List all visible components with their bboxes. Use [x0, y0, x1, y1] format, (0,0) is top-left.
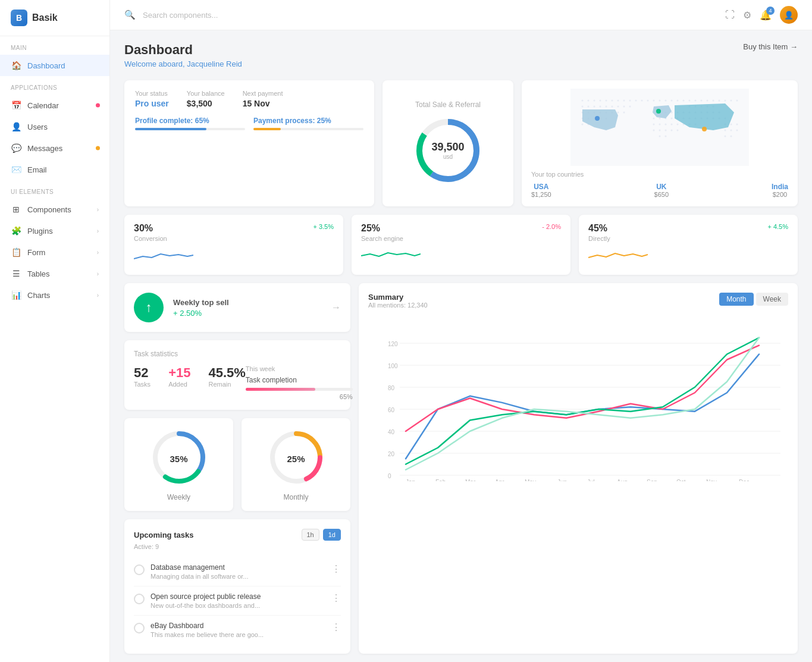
sidebar-item-calendar[interactable]: 📅 Calendar	[0, 95, 109, 116]
sidebar-label-dashboard: Dashboard	[27, 61, 65, 70]
sidebar-item-components[interactable]: ⊞ Components ›	[0, 199, 109, 220]
tasks-added: +15 Added	[168, 365, 190, 388]
task-text-0: Database management Managing data in all…	[151, 563, 248, 580]
svg-point-102	[725, 130, 726, 131]
svg-text:60: 60	[388, 407, 395, 413]
task-menu-1[interactable]: ⋮	[331, 592, 341, 604]
task-menu-2[interactable]: ⋮	[331, 622, 341, 633]
svg-text:Oct: Oct	[676, 479, 686, 481]
sidebar-item-plugins[interactable]: 🧩 Plugins ›	[0, 220, 109, 241]
summary-header: Summary All mentions: 12,340 Month Week	[368, 293, 788, 309]
task-check-1[interactable]	[134, 594, 145, 604]
sidebar-section-applications: Applications	[0, 76, 109, 95]
donut-value: 39,500	[431, 141, 464, 153]
btn-1h[interactable]: 1h	[302, 529, 319, 541]
svg-text:Mar: Mar	[465, 479, 476, 481]
sidebar-item-tables[interactable]: ☰ Tables ›	[0, 263, 109, 284]
form-icon: 📋	[11, 247, 21, 258]
monthly-gauge-center: 25%	[287, 454, 305, 464]
task-item-0: Database management Managing data in all…	[134, 557, 341, 586]
sidebar-item-dashboard[interactable]: 🏠 Dashboard	[0, 55, 109, 76]
notification-bell[interactable]: 🔔 4	[760, 10, 772, 21]
plugins-icon: 🧩	[11, 225, 21, 236]
right-column: Summary All mentions: 12,340 Month Week …	[359, 283, 798, 654]
completion-bar-fill	[246, 388, 315, 391]
expand-icon[interactable]: ⛶	[725, 10, 735, 20]
svg-point-109	[595, 116, 600, 121]
sidebar-item-users[interactable]: 👤 Users	[0, 116, 109, 137]
profile-progress: Profile complete: 65%	[135, 117, 245, 139]
top-sell-info: Weekly top sell + 2.50%	[173, 298, 229, 318]
svg-point-39	[629, 106, 631, 108]
sparkline-0	[134, 247, 193, 265]
task-text-1: Open source project public release New o…	[151, 592, 261, 609]
charts-chevron: ›	[97, 292, 99, 299]
monthly-gauge-wrap: 25%	[267, 428, 326, 487]
top-sell-arrow[interactable]: →	[331, 302, 341, 313]
weekly-gauge-value: 35%	[170, 454, 187, 464]
topbar-actions: ⛶ ⚙ 🔔 4 👤	[725, 6, 798, 24]
task-check-2[interactable]	[134, 623, 145, 633]
svg-text:Feb: Feb	[435, 479, 446, 481]
svg-point-15	[647, 100, 649, 102]
svg-point-33	[594, 106, 595, 108]
svg-text:Sep: Sep	[647, 479, 657, 481]
task-name-1: Open source project public release	[151, 592, 261, 601]
svg-point-100	[731, 124, 732, 126]
components-icon: ⊞	[11, 204, 21, 215]
weekly-top-sell-card: ↑ Weekly top sell + 2.50% →	[124, 283, 350, 332]
completion-bar-bg	[246, 388, 353, 391]
svg-point-10	[617, 100, 619, 102]
metric-top-1: 25% - 2.0%	[361, 223, 561, 234]
logo-icon: B	[11, 10, 27, 26]
svg-point-101	[736, 124, 738, 126]
sidebar-item-form[interactable]: 📋 Form ›	[0, 241, 109, 263]
profile-progress-label: Profile complete:	[135, 117, 193, 125]
sidebar-item-messages[interactable]: 💬 Messages	[0, 137, 109, 159]
tasks-label: Tasks	[134, 381, 151, 388]
metric-search: 25% - 2.0% Search engine	[352, 215, 570, 275]
btn-1d[interactable]: 1d	[323, 529, 341, 541]
metric-label-2: Directly	[588, 235, 788, 242]
summary-chart-svg: 0 20 40 60 80 100 120	[368, 315, 788, 481]
search-input[interactable]	[143, 11, 274, 20]
plugins-chevron: ›	[97, 228, 99, 234]
sidebar-item-email[interactable]: ✉️ Email	[0, 159, 109, 180]
svg-point-35	[606, 106, 607, 108]
sparkline-1	[361, 247, 421, 265]
svg-point-9	[612, 100, 613, 102]
progress-row: Profile complete: 65% Payment process: 2…	[135, 117, 363, 139]
task-item-1: Open source project public release New o…	[134, 586, 341, 616]
period-week-btn[interactable]: Week	[756, 293, 788, 306]
svg-text:Apr: Apr	[495, 479, 504, 481]
gauge-monthly: 25% Monthly	[242, 418, 350, 511]
settings-icon[interactable]: ⚙	[743, 10, 751, 21]
task-name-2: eBay Dashboard	[151, 622, 264, 630]
task-menu-0[interactable]: ⋮	[331, 563, 341, 575]
svg-point-19	[671, 100, 673, 102]
task-desc-0: Managing data in all software or...	[151, 573, 248, 580]
page-header: Dashboard Welcome aboard, Jacqueline Rei…	[124, 42, 798, 68]
main-content: 🔍 ⛶ ⚙ 🔔 4 👤 Dashboard Welcome aboard, Ja…	[110, 0, 812, 662]
svg-point-17	[659, 100, 661, 102]
task-check-0[interactable]	[134, 564, 145, 575]
upcoming-title: Upcoming tasks	[134, 531, 193, 539]
messages-icon: 💬	[11, 143, 21, 153]
country-usa-val: $1,250	[531, 191, 551, 198]
country-india: India $200	[772, 183, 788, 198]
period-month-btn[interactable]: Month	[719, 293, 753, 306]
payment-value: 15 Nov	[243, 99, 283, 108]
buy-item-button[interactable]: Buy this Item →	[743, 42, 798, 51]
sidebar-item-charts[interactable]: 📊 Charts ›	[0, 284, 109, 306]
total-sale-card: Total Sale & Referral 39,500 usd	[383, 80, 513, 206]
country-uk-name: UK	[654, 183, 669, 191]
status-label: Your status	[135, 90, 169, 97]
tasks-added-val: +15	[168, 365, 190, 381]
tasks-val: 52	[134, 365, 151, 381]
svg-point-12	[629, 100, 631, 102]
metric-conversion: 30% + 3.5% Conversion	[124, 215, 343, 275]
sidebar-label-components: Components	[27, 205, 71, 214]
svg-point-93	[659, 130, 661, 131]
user-avatar[interactable]: 👤	[780, 6, 798, 24]
calendar-badge	[96, 103, 100, 108]
